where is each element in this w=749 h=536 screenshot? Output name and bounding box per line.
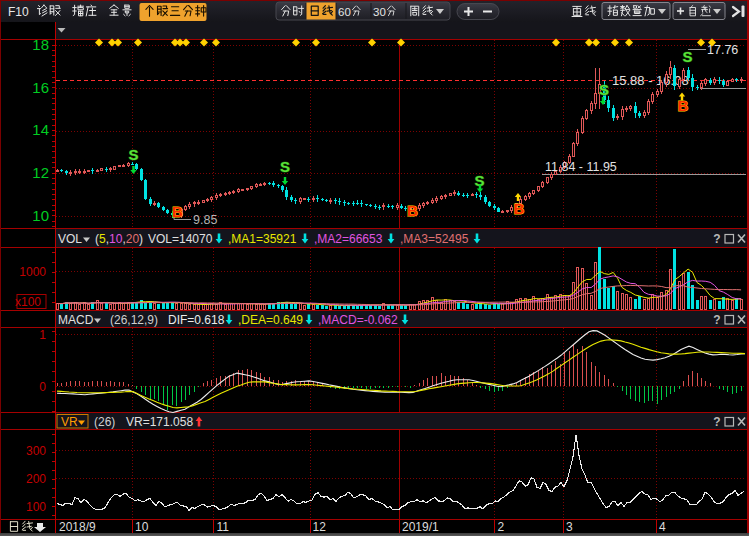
svg-text:10: 10 xyxy=(32,207,49,224)
svg-text:,MA3=52495: ,MA3=52495 xyxy=(400,232,469,246)
svg-text:VOL=14070: VOL=14070 xyxy=(148,232,213,246)
svg-text:18: 18 xyxy=(32,36,49,53)
svg-text:S: S xyxy=(599,81,609,98)
svg-text:2019/1: 2019/1 xyxy=(402,520,439,534)
svg-text:S: S xyxy=(128,146,138,163)
svg-text:0: 0 xyxy=(39,380,46,394)
svg-text:VOL: VOL xyxy=(58,232,82,246)
svg-text:(5,10,20): (5,10,20) xyxy=(95,232,143,246)
svg-text:B: B xyxy=(514,200,525,217)
svg-text:(26): (26) xyxy=(94,415,115,429)
svg-text:S: S xyxy=(280,158,290,175)
svg-text:11.84 - 11.95: 11.84 - 11.95 xyxy=(545,160,617,174)
svg-text:MACD: MACD xyxy=(58,313,94,327)
svg-text:300: 300 xyxy=(26,444,46,458)
svg-text:60: 60 xyxy=(338,6,351,18)
svg-text:,MA1=35921: ,MA1=35921 xyxy=(228,232,297,246)
svg-text:B: B xyxy=(407,202,418,219)
svg-text:9.85: 9.85 xyxy=(193,213,217,227)
svg-text:1: 1 xyxy=(39,328,46,342)
svg-text:?: ? xyxy=(713,415,720,429)
svg-text:x100: x100 xyxy=(15,295,41,309)
svg-text:?: ? xyxy=(713,313,720,327)
svg-text:S: S xyxy=(682,48,692,65)
svg-text:2: 2 xyxy=(498,520,505,534)
svg-text:200: 200 xyxy=(26,472,46,486)
svg-text:VR: VR xyxy=(61,415,78,429)
svg-text:16: 16 xyxy=(32,79,49,96)
svg-text:F10: F10 xyxy=(8,5,29,19)
svg-text:11: 11 xyxy=(217,520,230,534)
svg-text:10: 10 xyxy=(135,520,149,534)
svg-text:,MACD=-0.062: ,MACD=-0.062 xyxy=(318,313,398,327)
svg-text:15.88 - 16.08: 15.88 - 16.08 xyxy=(612,73,689,88)
svg-text:12: 12 xyxy=(313,520,327,534)
svg-text:?: ? xyxy=(713,232,720,246)
svg-text:4: 4 xyxy=(659,520,666,534)
svg-text:14: 14 xyxy=(32,121,49,138)
svg-text:DIF=0.618: DIF=0.618 xyxy=(168,313,225,327)
svg-text:,DEA=0.649: ,DEA=0.649 xyxy=(238,313,303,327)
svg-text:B: B xyxy=(172,203,183,220)
svg-text:VR=171.058: VR=171.058 xyxy=(126,415,193,429)
svg-text:3: 3 xyxy=(566,520,573,534)
svg-text:(26,12,9): (26,12,9) xyxy=(110,313,158,327)
svg-text:100: 100 xyxy=(26,500,46,514)
svg-text:30: 30 xyxy=(373,6,386,18)
svg-text:,MA2=66653: ,MA2=66653 xyxy=(314,232,383,246)
svg-text:1000: 1000 xyxy=(19,265,46,279)
svg-text:2018/9: 2018/9 xyxy=(59,520,96,534)
svg-text:12: 12 xyxy=(32,164,49,181)
